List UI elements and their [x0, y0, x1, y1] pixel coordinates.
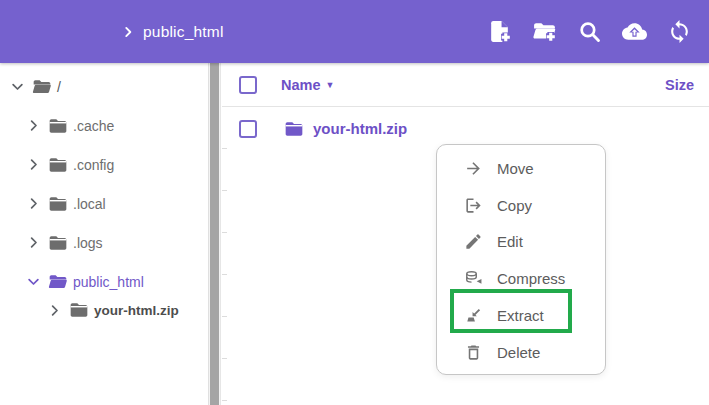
folder-open-icon: [48, 272, 68, 292]
row-separator-stub: [222, 148, 227, 149]
sidebar-item-logs[interactable]: .logs: [0, 223, 207, 262]
sidebar-item-label: .config: [73, 157, 114, 173]
menu-item-edit[interactable]: Edit: [437, 224, 605, 261]
upload-button[interactable]: [622, 19, 647, 44]
delete-icon: [464, 343, 483, 362]
row-separator-stub: [222, 400, 227, 401]
folder-icon: [48, 155, 68, 175]
folder-icon: [69, 300, 89, 320]
chevron-right-icon[interactable]: [47, 303, 62, 318]
row-separator-stub: [222, 358, 227, 359]
row-separator-stub: [222, 316, 227, 317]
file-link[interactable]: your-html.zip: [313, 120, 407, 137]
note-add-icon: [487, 19, 512, 44]
row-separator-stub: [222, 190, 227, 191]
chevron-right-icon[interactable]: [26, 118, 41, 133]
breadcrumb: public_html: [121, 0, 224, 63]
folder-icon: [48, 194, 68, 214]
cloud-upload-icon: [622, 19, 647, 44]
compress-icon: [464, 269, 483, 288]
extract-icon: [464, 306, 483, 325]
sync-icon: [667, 19, 692, 44]
chevron-down-icon[interactable]: [26, 274, 41, 289]
scrollbar-thumb[interactable]: [210, 63, 219, 405]
menu-item-move[interactable]: Move: [437, 150, 605, 187]
column-header-name[interactable]: Name ▼: [281, 77, 334, 93]
sidebar-item-label: .logs: [73, 235, 103, 251]
menu-item-compress[interactable]: Compress: [437, 260, 605, 297]
folder-icon: [48, 116, 68, 136]
select-all-checkbox[interactable]: [239, 76, 257, 94]
row-checkbox[interactable]: [239, 120, 257, 138]
copy-icon: [464, 196, 483, 215]
menu-item-copy[interactable]: Copy: [437, 187, 605, 224]
menu-item-label: Compress: [497, 270, 565, 287]
sidebar-item-label: .local: [73, 196, 106, 212]
chevron-right-icon[interactable]: [26, 235, 41, 250]
menu-item-label: Edit: [497, 233, 523, 250]
menu-item-delete[interactable]: Delete: [437, 334, 605, 371]
table-header: Name ▼ Size: [222, 63, 709, 107]
sidebar-item-label: .cache: [73, 118, 114, 134]
folder-add-icon: [532, 19, 557, 44]
sidebar-item-cache[interactable]: .cache: [0, 106, 207, 145]
folder-open-icon: [32, 77, 52, 97]
column-header-size[interactable]: Size: [665, 77, 694, 93]
sidebar-item-config[interactable]: .config: [0, 145, 207, 184]
new-folder-button[interactable]: [532, 19, 557, 44]
refresh-button[interactable]: [667, 19, 692, 44]
sidebar-item-your-html-zip[interactable]: your-html.zip: [0, 295, 207, 325]
menu-item-label: Extract: [497, 307, 544, 324]
sidebar-item-label: public_html: [73, 274, 144, 290]
file-tree-sidebar: / .cache .config .local .logs public_htm…: [0, 63, 207, 405]
chevron-right-icon[interactable]: [26, 157, 41, 172]
menu-item-extract[interactable]: Extract: [437, 297, 605, 334]
new-file-button[interactable]: [487, 19, 512, 44]
sidebar-item-local[interactable]: .local: [0, 184, 207, 223]
move-icon: [464, 159, 483, 178]
row-separator-stub: [222, 274, 227, 275]
folder-icon: [48, 233, 68, 253]
chevron-right-icon[interactable]: [26, 196, 41, 211]
search-icon: [577, 19, 602, 44]
sidebar-item-label: /: [57, 79, 61, 95]
chevron-down-icon[interactable]: [10, 79, 25, 94]
sidebar-scrollbar[interactable]: [208, 63, 221, 405]
column-name-label: Name: [281, 77, 321, 93]
chevron-right-icon: [121, 25, 135, 39]
sidebar-item-label: your-html.zip: [94, 303, 179, 318]
menu-item-label: Copy: [497, 197, 532, 214]
menu-item-label: Delete: [497, 344, 540, 361]
menu-item-label: Move: [497, 160, 534, 177]
search-button[interactable]: [577, 19, 602, 44]
folder-icon: [284, 119, 304, 139]
context-menu: Move Copy Edit Compress Extract Delete: [436, 144, 606, 375]
breadcrumb-path[interactable]: public_html: [143, 23, 224, 41]
sort-desc-icon: ▼: [326, 80, 335, 90]
edit-icon: [464, 232, 483, 251]
topbar-actions: [487, 0, 692, 63]
topbar: public_html: [0, 0, 709, 63]
sidebar-item-root[interactable]: /: [0, 67, 207, 106]
row-separator-stub: [222, 232, 227, 233]
